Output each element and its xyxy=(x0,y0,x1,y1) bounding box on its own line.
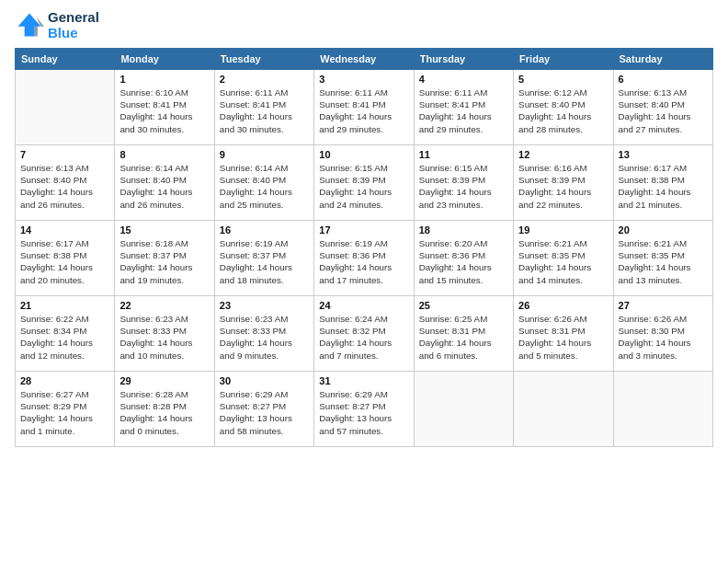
table-row xyxy=(514,372,613,447)
table-row: 27Sunrise: 6:26 AM Sunset: 8:30 PM Dayli… xyxy=(613,296,712,372)
table-row: 24Sunrise: 6:24 AM Sunset: 8:32 PM Dayli… xyxy=(314,296,414,372)
day-info: Sunrise: 6:12 AM Sunset: 8:40 PM Dayligh… xyxy=(518,86,608,135)
calendar-header-saturday: Saturday xyxy=(613,49,712,70)
day-number: 14 xyxy=(20,224,109,236)
day-info: Sunrise: 6:11 AM Sunset: 8:41 PM Dayligh… xyxy=(319,86,408,135)
day-number: 25 xyxy=(419,300,508,311)
table-row: 4Sunrise: 6:11 AM Sunset: 8:41 PM Daylig… xyxy=(414,70,513,145)
day-number: 17 xyxy=(319,224,408,236)
logo: General Blue xyxy=(15,9,99,40)
day-number: 21 xyxy=(20,300,109,311)
table-row: 9Sunrise: 6:14 AM Sunset: 8:40 PM Daylig… xyxy=(214,145,313,221)
day-number: 15 xyxy=(119,224,209,236)
table-row: 3Sunrise: 6:11 AM Sunset: 8:41 PM Daylig… xyxy=(314,70,414,145)
table-row: 1Sunrise: 6:10 AM Sunset: 8:41 PM Daylig… xyxy=(115,70,214,145)
table-row xyxy=(613,372,712,447)
calendar-header-thursday: Thursday xyxy=(414,49,513,70)
calendar-week-row: 28Sunrise: 6:27 AM Sunset: 8:29 PM Dayli… xyxy=(16,372,713,447)
day-number: 3 xyxy=(319,74,408,85)
calendar-header-wednesday: Wednesday xyxy=(314,49,414,70)
day-number: 24 xyxy=(319,300,408,311)
day-number: 9 xyxy=(220,149,309,160)
day-info: Sunrise: 6:26 AM Sunset: 8:31 PM Dayligh… xyxy=(518,313,608,362)
day-info: Sunrise: 6:29 AM Sunset: 8:27 PM Dayligh… xyxy=(319,388,408,437)
day-info: Sunrise: 6:23 AM Sunset: 8:33 PM Dayligh… xyxy=(119,313,209,362)
day-info: Sunrise: 6:11 AM Sunset: 8:41 PM Dayligh… xyxy=(220,86,309,135)
day-number: 12 xyxy=(518,149,608,160)
table-row: 23Sunrise: 6:23 AM Sunset: 8:33 PM Dayli… xyxy=(214,296,313,372)
day-number: 29 xyxy=(119,375,209,386)
table-row: 28Sunrise: 6:27 AM Sunset: 8:29 PM Dayli… xyxy=(16,372,115,447)
table-row: 12Sunrise: 6:16 AM Sunset: 8:39 PM Dayli… xyxy=(514,145,613,221)
table-row: 13Sunrise: 6:17 AM Sunset: 8:38 PM Dayli… xyxy=(613,145,712,221)
table-row: 10Sunrise: 6:15 AM Sunset: 8:39 PM Dayli… xyxy=(314,145,414,221)
day-number: 1 xyxy=(119,74,209,85)
table-row: 18Sunrise: 6:20 AM Sunset: 8:36 PM Dayli… xyxy=(414,221,513,296)
table-row: 21Sunrise: 6:22 AM Sunset: 8:34 PM Dayli… xyxy=(16,296,115,372)
table-row: 6Sunrise: 6:13 AM Sunset: 8:40 PM Daylig… xyxy=(613,70,712,145)
calendar-week-row: 7Sunrise: 6:13 AM Sunset: 8:40 PM Daylig… xyxy=(16,145,713,221)
table-row: 17Sunrise: 6:19 AM Sunset: 8:36 PM Dayli… xyxy=(314,221,414,296)
day-info: Sunrise: 6:14 AM Sunset: 8:40 PM Dayligh… xyxy=(220,162,309,211)
table-row: 29Sunrise: 6:28 AM Sunset: 8:28 PM Dayli… xyxy=(115,372,214,447)
day-info: Sunrise: 6:20 AM Sunset: 8:36 PM Dayligh… xyxy=(419,237,508,286)
calendar-table: SundayMondayTuesdayWednesdayThursdayFrid… xyxy=(15,48,713,447)
day-number: 16 xyxy=(220,224,309,236)
day-number: 22 xyxy=(119,300,209,311)
day-info: Sunrise: 6:25 AM Sunset: 8:31 PM Dayligh… xyxy=(419,313,508,362)
header: General Blue xyxy=(15,9,713,40)
day-number: 11 xyxy=(419,149,508,160)
day-number: 2 xyxy=(220,74,309,85)
day-number: 19 xyxy=(518,224,608,236)
logo-text: General Blue xyxy=(48,9,99,40)
day-info: Sunrise: 6:23 AM Sunset: 8:33 PM Dayligh… xyxy=(220,313,309,362)
day-number: 10 xyxy=(319,149,408,160)
table-row: 25Sunrise: 6:25 AM Sunset: 8:31 PM Dayli… xyxy=(414,296,513,372)
day-info: Sunrise: 6:26 AM Sunset: 8:30 PM Dayligh… xyxy=(619,313,708,362)
calendar-header-tuesday: Tuesday xyxy=(214,49,313,70)
table-row: 31Sunrise: 6:29 AM Sunset: 8:27 PM Dayli… xyxy=(314,372,414,447)
logo-icon xyxy=(15,10,44,40)
table-row: 19Sunrise: 6:21 AM Sunset: 8:35 PM Dayli… xyxy=(514,221,613,296)
day-info: Sunrise: 6:13 AM Sunset: 8:40 PM Dayligh… xyxy=(619,86,708,135)
day-info: Sunrise: 6:15 AM Sunset: 8:39 PM Dayligh… xyxy=(319,162,408,211)
day-number: 28 xyxy=(20,375,109,386)
table-row: 14Sunrise: 6:17 AM Sunset: 8:38 PM Dayli… xyxy=(16,221,115,296)
day-number: 26 xyxy=(518,300,608,311)
day-number: 31 xyxy=(319,375,408,386)
table-row: 26Sunrise: 6:26 AM Sunset: 8:31 PM Dayli… xyxy=(514,296,613,372)
day-number: 23 xyxy=(220,300,309,311)
calendar-header-monday: Monday xyxy=(115,49,214,70)
day-number: 6 xyxy=(619,74,708,85)
day-number: 27 xyxy=(619,300,708,311)
day-info: Sunrise: 6:29 AM Sunset: 8:27 PM Dayligh… xyxy=(220,388,309,437)
day-info: Sunrise: 6:21 AM Sunset: 8:35 PM Dayligh… xyxy=(619,237,708,286)
calendar-week-row: 21Sunrise: 6:22 AM Sunset: 8:34 PM Dayli… xyxy=(16,296,713,372)
table-row: 22Sunrise: 6:23 AM Sunset: 8:33 PM Dayli… xyxy=(115,296,214,372)
day-number: 4 xyxy=(419,74,508,85)
day-info: Sunrise: 6:28 AM Sunset: 8:28 PM Dayligh… xyxy=(119,388,209,437)
day-info: Sunrise: 6:27 AM Sunset: 8:29 PM Dayligh… xyxy=(20,388,109,437)
day-info: Sunrise: 6:15 AM Sunset: 8:39 PM Dayligh… xyxy=(419,162,508,211)
table-row: 11Sunrise: 6:15 AM Sunset: 8:39 PM Dayli… xyxy=(414,145,513,221)
day-info: Sunrise: 6:17 AM Sunset: 8:38 PM Dayligh… xyxy=(619,162,708,211)
table-row xyxy=(414,372,513,447)
day-info: Sunrise: 6:19 AM Sunset: 8:37 PM Dayligh… xyxy=(220,237,309,286)
day-info: Sunrise: 6:21 AM Sunset: 8:35 PM Dayligh… xyxy=(518,237,608,286)
table-row: 8Sunrise: 6:14 AM Sunset: 8:40 PM Daylig… xyxy=(115,145,214,221)
calendar-header-friday: Friday xyxy=(514,49,613,70)
table-row: 16Sunrise: 6:19 AM Sunset: 8:37 PM Dayli… xyxy=(214,221,313,296)
table-row xyxy=(16,70,115,145)
page: General Blue SundayMondayTuesdayWednesda… xyxy=(0,0,728,563)
calendar-header-row: SundayMondayTuesdayWednesdayThursdayFrid… xyxy=(16,49,713,70)
day-info: Sunrise: 6:10 AM Sunset: 8:41 PM Dayligh… xyxy=(119,86,209,135)
day-number: 5 xyxy=(518,74,608,85)
calendar-week-row: 14Sunrise: 6:17 AM Sunset: 8:38 PM Dayli… xyxy=(16,221,713,296)
day-info: Sunrise: 6:18 AM Sunset: 8:37 PM Dayligh… xyxy=(119,237,209,286)
table-row: 20Sunrise: 6:21 AM Sunset: 8:35 PM Dayli… xyxy=(613,221,712,296)
table-row: 15Sunrise: 6:18 AM Sunset: 8:37 PM Dayli… xyxy=(115,221,214,296)
day-info: Sunrise: 6:11 AM Sunset: 8:41 PM Dayligh… xyxy=(419,86,508,135)
table-row: 30Sunrise: 6:29 AM Sunset: 8:27 PM Dayli… xyxy=(214,372,313,447)
day-number: 18 xyxy=(419,224,508,236)
day-info: Sunrise: 6:22 AM Sunset: 8:34 PM Dayligh… xyxy=(20,313,109,362)
